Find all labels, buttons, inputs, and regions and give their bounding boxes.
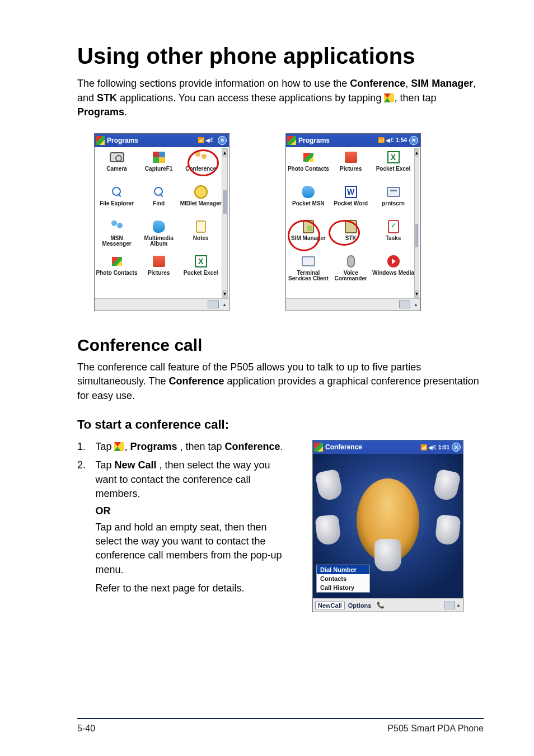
cmd-options: Options xyxy=(346,602,374,609)
step-2-refer: Refer to the next page for details. xyxy=(77,581,290,595)
pda-bottom-bar: ▲ xyxy=(286,298,420,311)
app-label: prntscrn xyxy=(382,201,405,207)
step-text: , then tap xyxy=(180,441,225,452)
app-sim-manager: SIM Manager xyxy=(287,218,330,252)
conference-seat xyxy=(315,514,341,546)
app-label: Pictures xyxy=(148,270,170,276)
conference-canvas: Dial Number Contacts Call History xyxy=(313,454,463,598)
pictures-icon xyxy=(345,152,357,163)
step-newcall: New Call xyxy=(114,459,156,471)
camera-icon xyxy=(110,152,124,162)
app-pocket-word: WPocket Word xyxy=(330,183,372,218)
app-terminal-services: Terminal Services Client xyxy=(287,252,330,287)
app-windows-media: Windows Media xyxy=(372,252,415,287)
scroll-down-icon: ▾ xyxy=(222,290,227,298)
prntscrn-icon xyxy=(387,187,400,197)
intro-app-stk: STK xyxy=(97,92,117,104)
window-title: Programs xyxy=(107,137,138,144)
app-pocket-msn: Pocket MSN xyxy=(287,183,330,218)
intro-text: The following sections provide informati… xyxy=(77,78,350,89)
signal-icon: 📶 ◀€ xyxy=(378,137,394,143)
pda-bottom-bar: ▲ xyxy=(95,298,229,311)
msn-icon xyxy=(110,220,124,233)
app-label: Pocket Excel xyxy=(376,166,411,172)
keyboard-icon xyxy=(444,602,455,609)
app-find: Find xyxy=(138,183,180,218)
step-text: Tap xyxy=(95,441,114,452)
app-label: Pocket Word xyxy=(334,201,368,207)
word-icon: W xyxy=(345,186,357,198)
start-icon xyxy=(96,136,105,145)
app-label: Multimedia Album xyxy=(138,236,180,247)
step-text: , xyxy=(124,441,130,452)
app-label: Pocket MSN xyxy=(292,201,325,207)
photo-contacts-icon xyxy=(303,153,313,162)
step-1: 1. Tap , Programs , then tap Conference. xyxy=(77,440,290,454)
conf-app-name: Conference xyxy=(168,375,224,387)
app-notes: Notes xyxy=(180,218,222,252)
menu-item-call-history: Call History xyxy=(317,583,369,592)
app-pictures: Pictures xyxy=(138,252,180,287)
programs-screenshot-right: Programs 📶 ◀€ 1:54 ✕ Photo Contacts Pict… xyxy=(285,133,421,311)
start-icon xyxy=(314,443,323,452)
scrollbar: ▴ ▾ xyxy=(414,148,419,298)
scrollbar: ▴ ▾ xyxy=(222,148,228,298)
notes-icon xyxy=(196,220,206,233)
app-pocket-excel: XPocket Excel xyxy=(372,148,415,183)
app-label: Voice Commander xyxy=(330,270,372,282)
app-multimedia-album: Multimedia Album xyxy=(138,218,180,252)
app-photo-contacts: Photo Contacts xyxy=(287,148,330,183)
app-label: Find xyxy=(153,201,165,207)
pda-titlebar: Programs 📶 ◀€ ✕ xyxy=(95,134,229,147)
app-file-explorer: File Explorer xyxy=(96,183,138,218)
intro-sep: , xyxy=(405,78,411,89)
keyboard-icon xyxy=(208,300,219,308)
command-bar: NewCall Options 📞 ▲ xyxy=(313,598,463,612)
app-label: File Explorer xyxy=(100,201,134,207)
app-label: Camera xyxy=(106,166,127,172)
midlet-icon xyxy=(194,185,208,199)
pictures-icon xyxy=(153,256,165,267)
signal-icon: 📶 ◀€ xyxy=(198,137,213,143)
conference-seat xyxy=(432,468,461,502)
app-label: Pocket Excel xyxy=(184,270,218,276)
app-stk: STK xyxy=(330,218,372,252)
step-programs: Programs xyxy=(130,441,177,452)
programs-grid: Photo Contacts Pictures XPocket Excel Po… xyxy=(287,148,414,298)
app-label: Windows Media xyxy=(372,270,414,276)
voice-icon xyxy=(347,255,355,267)
stk-icon xyxy=(345,220,357,233)
conference-icon xyxy=(194,152,208,163)
excel-icon: X xyxy=(387,151,400,163)
pda-titlebar: Programs 📶 ◀€ 1:54 ✕ xyxy=(286,134,420,147)
step-number: 2. xyxy=(77,458,86,472)
context-menu: Dial Number Contacts Call History xyxy=(316,565,370,593)
scroll-thumb xyxy=(415,224,418,247)
step-text: Tap xyxy=(95,459,114,471)
menu-item-dial-number: Dial Number xyxy=(317,565,369,574)
start-menu-icon xyxy=(114,441,124,450)
app-conference: Conference xyxy=(180,148,222,183)
steps-row: 1. Tap , Programs , then tap Conference.… xyxy=(77,440,484,612)
sim-icon xyxy=(303,220,314,233)
folder-icon xyxy=(111,186,123,198)
photo-contacts-icon xyxy=(112,257,122,266)
scroll-up-icon: ▴ xyxy=(222,149,227,157)
footer-product: P505 Smart PDA Phone xyxy=(387,724,484,734)
intro-tail: applications. You can access these appli… xyxy=(120,92,384,104)
app-label: SIM Manager xyxy=(291,236,326,242)
app-label: Photo Contacts xyxy=(96,270,138,276)
terminal-icon xyxy=(302,256,315,266)
menu-item-contacts: Contacts xyxy=(317,574,369,583)
signal-icon: 📶 ◀€ xyxy=(420,444,436,450)
conference-paragraph: The conference call feature of the P505 … xyxy=(77,360,484,403)
intro-app-conference: Conference xyxy=(350,78,405,89)
keyboard-icon xyxy=(399,300,410,308)
album-icon xyxy=(153,220,165,233)
app-msn-messenger: MSN Messenger xyxy=(96,218,138,252)
scroll-down-icon: ▾ xyxy=(415,290,419,298)
conference-seat xyxy=(374,539,401,571)
step-conference: Conference xyxy=(225,441,280,452)
section-heading-conference-call: Conference call xyxy=(77,336,484,355)
programs-screenshot-left: Programs 📶 ◀€ ✕ Camera CaptureF1 Confere… xyxy=(94,133,229,311)
